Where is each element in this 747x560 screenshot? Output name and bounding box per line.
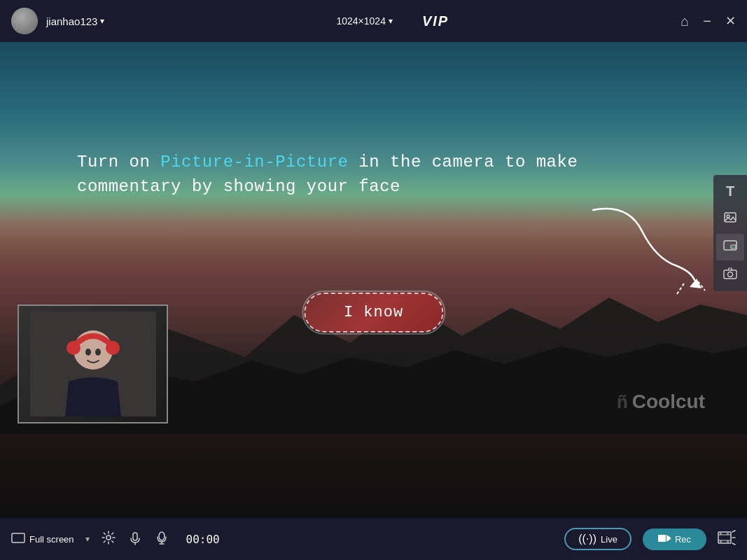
svg-rect-31	[727, 533, 729, 535]
image-tool-icon	[723, 211, 737, 228]
fullscreen-label: Full screen	[29, 534, 74, 545]
title-bar: jianhao123 ▾ 1024×1024 ▾ VIP ⌂ − ✕	[0, 0, 747, 42]
instruction-line2: commentary by showing your face	[77, 177, 400, 196]
image-tool-button[interactable]	[716, 206, 744, 232]
pip-video-feed	[19, 306, 167, 422]
svg-rect-11	[725, 213, 736, 222]
svg-line-33	[732, 531, 735, 532]
svg-point-16	[728, 272, 733, 276]
film-strip-button[interactable]	[718, 530, 736, 549]
film-strip-icon	[718, 530, 736, 545]
resolution-chevron-icon: ▾	[389, 16, 393, 26]
svg-point-10	[95, 349, 101, 356]
live-signal-icon: ((·))	[578, 533, 596, 545]
pip-camera-preview	[18, 304, 168, 424]
svg-rect-24	[658, 535, 666, 542]
svg-rect-19	[133, 533, 137, 540]
svg-marker-25	[666, 535, 671, 542]
right-toolbar: T	[713, 175, 747, 291]
pip-tool-button[interactable]	[716, 234, 744, 260]
svg-line-35	[732, 543, 735, 545]
watermark-icon: ñ	[617, 391, 628, 413]
svg-rect-17	[12, 533, 25, 542]
text-tool-button[interactable]: T	[716, 178, 744, 204]
instruction-part2: in the camera to make	[348, 153, 578, 172]
mic-icon	[154, 530, 169, 545]
settings-button[interactable]	[101, 530, 116, 549]
instruction-highlight: Picture-in-Picture	[160, 153, 348, 172]
watermark-text: Coolcut	[632, 391, 705, 413]
svg-rect-30	[720, 540, 722, 542]
svg-point-8	[106, 341, 120, 355]
chevron-down-icon: ▾	[100, 16, 104, 26]
live-label: Live	[601, 534, 617, 545]
close-button[interactable]: ✕	[725, 15, 736, 27]
know-button[interactable]: I know	[304, 293, 443, 332]
pip-tool-icon	[723, 239, 737, 256]
username-label: jianhao123	[46, 15, 97, 27]
resolution-label: 1024×1024	[336, 15, 385, 27]
live-button[interactable]: ((·)) Live	[564, 528, 631, 550]
avatar	[11, 8, 38, 34]
bottom-toolbar: Full screen ▾ 00:00 ((·)) Live	[0, 518, 747, 560]
home-button[interactable]: ⌂	[680, 14, 689, 28]
svg-point-9	[85, 349, 91, 356]
audio-icon	[127, 530, 143, 545]
svg-rect-32	[727, 540, 729, 542]
window-controls: ⌂ − ✕	[680, 14, 736, 28]
rec-icon	[658, 533, 671, 545]
fullscreen-icon	[11, 533, 25, 546]
vip-badge[interactable]: VIP	[422, 13, 449, 29]
svg-rect-29	[720, 533, 722, 535]
svg-rect-14	[731, 245, 736, 248]
main-content: Turn on Picture-in-Picture in the camera…	[0, 42, 747, 518]
mic-button[interactable]	[154, 530, 169, 549]
resolution-dropdown[interactable]: 1024×1024 ▾	[336, 15, 392, 27]
camera-tool-button[interactable]	[716, 262, 744, 288]
settings-icon	[101, 530, 116, 545]
svg-point-18	[106, 536, 111, 540]
text-tool-icon: T	[726, 183, 734, 200]
instruction-part1: Turn on	[77, 153, 160, 172]
person-silhouette	[30, 312, 156, 416]
audio-button[interactable]	[127, 530, 143, 549]
rec-label: Rec	[675, 534, 691, 545]
instruction-text: Turn on Picture-in-Picture in the camera…	[77, 150, 691, 200]
svg-point-21	[159, 532, 165, 540]
know-button-container: I know	[304, 293, 443, 332]
timer-display: 00:00	[186, 533, 220, 546]
rec-button[interactable]: Rec	[643, 528, 706, 550]
fullscreen-dropdown-arrow[interactable]: ▾	[85, 534, 90, 544]
username-dropdown[interactable]: jianhao123 ▾	[46, 15, 104, 27]
minimize-button[interactable]: −	[703, 14, 711, 28]
watermark: ñ Coolcut	[617, 391, 705, 413]
svg-point-7	[67, 341, 81, 355]
fullscreen-button[interactable]: Full screen	[11, 533, 74, 546]
camera-tool-icon	[723, 267, 737, 284]
